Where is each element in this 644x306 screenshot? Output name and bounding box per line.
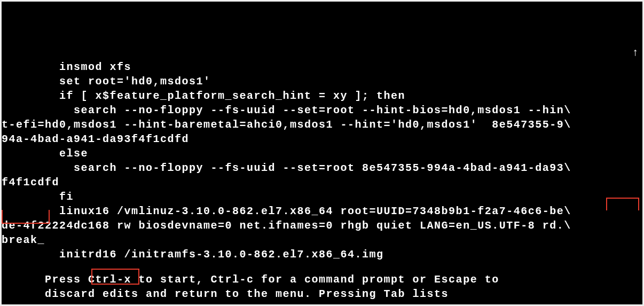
grub-line: t-efi=hd0,msdos1 --hint-baremetal=ahci0,… [2,119,571,131]
grub-line: 94a-4bad-a941-da93f4f1cdfd [2,133,189,145]
footer-line: Press Ctrl-x to start, Ctrl-c for a comm… [2,273,499,286]
grub-line: search --no-floppy --fs-uuid --set=root … [2,162,571,174]
grub-line: insmod xfs [2,61,131,73]
grub-line: fi [2,191,74,203]
grub-line: de-4f22224dc168 rw biosdevname=0 net.ifn… [2,219,571,232]
grub-line: break_ [2,234,45,246]
footer-line: discard edits and return to the menu. Pr… [2,288,449,300]
grub-line: f4f1cdfd [2,176,59,189]
grub-help-footer: Press Ctrl-x to start, Ctrl-c for a comm… [2,258,642,301]
grub-script-body[interactable]: insmod xfs set root='hd0,msdos1' if [ x$… [2,45,642,262]
grub-editor-screen[interactable]: ↑ insmod xfs set root='hd0,msdos1' if [ … [0,0,644,306]
grub-line: if [ x$feature_platform_search_hint = xy… [2,90,405,102]
grub-line: set root='hd0,msdos1' [2,75,211,88]
grub-line: linux16 /vmlinuz-3.10.0-862.el7.x86_64 r… [2,205,571,217]
grub-line: else [2,147,88,160]
grub-line: search --no-floppy --fs-uuid --set=root … [2,104,571,116]
